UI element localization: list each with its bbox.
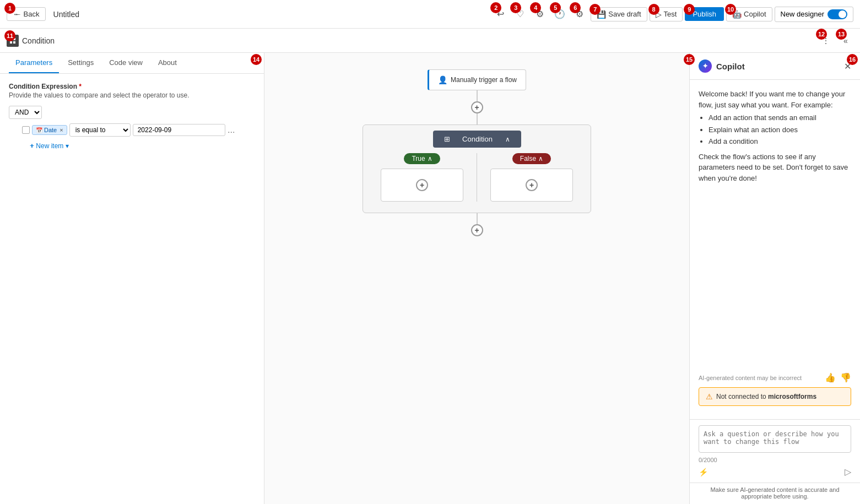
- condition-row-1: 📅 Date × is equal to is not equal to is …: [22, 123, 255, 137]
- tab-settings[interactable]: Settings: [61, 53, 100, 73]
- copilot-disclaimer: Make sure AI-generated content is accura…: [690, 483, 860, 504]
- copilot-body: Welcome back! If you want me to change y…: [690, 80, 860, 419]
- copilot-feedback: AI-generated content may be incorrect 👍 …: [699, 372, 851, 383]
- condition-collapse-btn[interactable]: ∧: [505, 136, 510, 143]
- send-button[interactable]: ▷: [845, 467, 851, 477]
- left-panel-tabs: Parameters Settings Code view About: [0, 53, 264, 74]
- test-label: Test: [664, 10, 677, 18]
- warning-bold: microsoftforms: [768, 393, 816, 400]
- connector-1: [477, 90, 478, 101]
- copilot-message-2: Check the flow's actions to see if any p…: [699, 151, 851, 184]
- false-label: False: [520, 155, 536, 162]
- tab-parameters[interactable]: Parameters: [9, 53, 59, 73]
- feedback-label: AI-generated content may be incorrect: [699, 375, 820, 381]
- tab-parameters-label: Parameters: [15, 58, 52, 67]
- trigger-label: Manually trigger a flow: [451, 76, 517, 84]
- false-branch-content: +: [490, 169, 573, 202]
- copilot-input[interactable]: [699, 425, 851, 453]
- true-collapse-icon: ∧: [428, 155, 432, 162]
- badge-8: 8: [648, 4, 659, 15]
- condition-header-row: ⊞ Condition ∧: [371, 131, 583, 148]
- true-label: True: [412, 155, 425, 162]
- false-collapse-icon: ∧: [538, 155, 543, 162]
- token-icon: 📅: [36, 127, 42, 133]
- badge-1: 1: [4, 3, 15, 14]
- new-item-label: + New item: [30, 142, 63, 150]
- condition-expression-label: Condition Expression *: [9, 83, 255, 90]
- new-designer-label: New designer: [781, 10, 825, 18]
- badge-14: 14: [251, 54, 262, 65]
- main-toolbar: 1 ← ← Back Untitled 2 ↩ 3 ♡ 4 ⚙ 5 🕐 6: [0, 0, 860, 29]
- new-designer-toggle[interactable]: New designer: [775, 7, 854, 22]
- condition-title: Condition: [22, 36, 55, 45]
- condition-node-icon: ⊞: [444, 135, 450, 143]
- copilot-input-actions: ⚡ ▷: [699, 467, 851, 477]
- copilot-header: ✦ Copilot ✕: [690, 53, 860, 80]
- badge-7: 7: [589, 4, 601, 15]
- copilot-label: Copilot: [744, 10, 766, 18]
- true-branch: True ∧ +: [375, 153, 469, 202]
- trigger-icon: 👤: [438, 75, 447, 84]
- condition-node-label: Condition: [462, 135, 493, 143]
- badge-2: 2: [490, 2, 501, 13]
- connector-3: [477, 213, 478, 224]
- true-branch-header[interactable]: True ∧: [404, 153, 440, 164]
- field-name: Date: [44, 127, 57, 133]
- badge-11: 11: [4, 30, 15, 41]
- add-false-branch[interactable]: +: [526, 179, 538, 191]
- remove-token-button[interactable]: ×: [60, 127, 63, 133]
- copilot-title-text: Copilot: [716, 62, 745, 71]
- toggle-switch[interactable]: [827, 9, 847, 19]
- and-operator-dropdown[interactable]: AND OR: [9, 106, 42, 119]
- trigger-node: 👤 Manually trigger a flow +: [428, 69, 526, 124]
- add-after-condition[interactable]: +: [471, 224, 483, 236]
- row-menu-button[interactable]: …: [228, 126, 235, 134]
- badge-6: 6: [570, 2, 581, 13]
- thumbdown-button[interactable]: 👎: [840, 372, 851, 383]
- center-canvas: 15 👤 Manually trigger a flow + ⊞ Conditi…: [264, 53, 689, 504]
- add-true-branch[interactable]: +: [416, 179, 428, 191]
- main-layout: 14 Parameters Settings Code view About C…: [0, 53, 860, 504]
- false-branch-header[interactable]: False ∧: [512, 153, 551, 164]
- operator-dropdown[interactable]: is equal to is not equal to is greater t…: [69, 123, 131, 137]
- copilot-logo: ✦: [699, 59, 712, 73]
- condition-expression-sub: Provide the values to compare and select…: [9, 91, 255, 99]
- new-item-button[interactable]: + + New item ▾: [30, 141, 69, 151]
- copilot-message: Welcome back! If you want me to change y…: [699, 89, 851, 366]
- warning-text: Not connected to microsoftforms: [716, 393, 816, 400]
- field-token-date[interactable]: 📅 Date ×: [32, 125, 67, 135]
- tab-about-label: About: [158, 58, 177, 67]
- left-panel: 14 Parameters Settings Code view About C…: [0, 53, 264, 504]
- copilot-warning: ⚠ Not connected to microsoftforms: [699, 387, 851, 406]
- tab-about[interactable]: About: [152, 53, 183, 73]
- badge-4: 4: [530, 2, 541, 13]
- add-between-trigger-condition[interactable]: +: [471, 101, 483, 113]
- thumbup-button[interactable]: 👍: [825, 372, 836, 383]
- branch-divider: [477, 153, 477, 202]
- badge-13: 13: [836, 29, 847, 40]
- tab-settings-label: Settings: [68, 58, 94, 67]
- row-checkbox[interactable]: [22, 126, 30, 134]
- branches-container: True ∧ + False ∧: [371, 153, 583, 207]
- toolbar-actions: 2 ↩ 3 ♡ 4 ⚙ 5 🕐 6 ⚙ 7 💾 Save draft: [491, 6, 853, 23]
- copilot-message-1: Welcome back! If you want me to change y…: [699, 89, 851, 110]
- subtoolbar: 11 Condition 12 ⋮ 13 «: [0, 29, 860, 53]
- condition-node-box[interactable]: ⊞ Condition ∧: [433, 131, 521, 148]
- badge-12: 12: [816, 29, 827, 40]
- svg-rect-3: [13, 41, 15, 44]
- right-panel: 16 ✦ Copilot ✕ Welcome back! If you want…: [689, 53, 860, 504]
- and-operator-row: AND OR: [9, 106, 255, 119]
- dropdown-icon: ▾: [66, 142, 69, 150]
- badge-1-container: 1 ← ← Back: [7, 7, 46, 21]
- condition-wrapper: ⊞ Condition ∧ True ∧ +: [363, 124, 591, 213]
- connector-2: [477, 113, 478, 124]
- char-count: 0/2000: [699, 457, 851, 463]
- badge-15: 15: [684, 54, 689, 65]
- warning-icon: ⚠: [706, 392, 713, 401]
- trigger-node-box[interactable]: 👤 Manually trigger a flow: [428, 69, 526, 90]
- tab-code-view[interactable]: Code view: [102, 53, 149, 73]
- value-input[interactable]: [133, 124, 225, 136]
- false-branch: False ∧ +: [485, 153, 578, 202]
- attach-button[interactable]: ⚡: [699, 468, 708, 476]
- badge-10: 10: [725, 4, 736, 15]
